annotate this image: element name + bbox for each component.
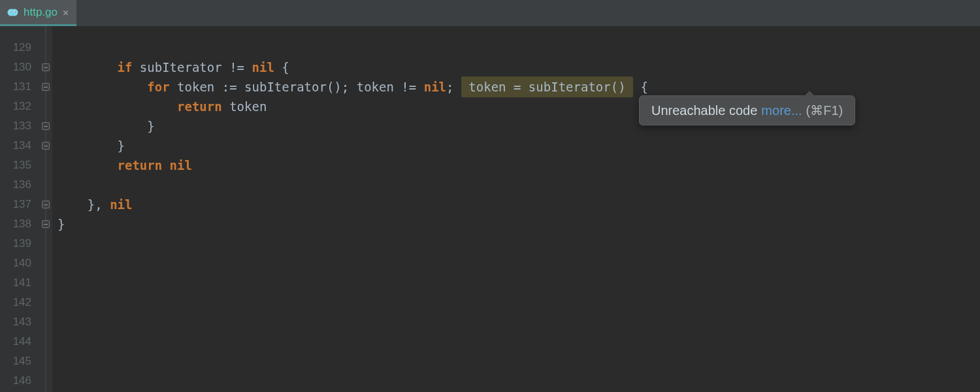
code-line[interactable]: [52, 234, 980, 253]
code-line[interactable]: [52, 312, 980, 332]
code-line[interactable]: }, nil: [52, 195, 980, 214]
line-number-gutter: 1291301311321331341351361371381391401411…: [0, 26, 39, 392]
code-line[interactable]: [52, 38, 980, 57]
code-area[interactable]: if subIterator != nil { for token := sub…: [52, 26, 980, 392]
line-number: 139: [0, 234, 39, 253]
line-number: 136: [0, 175, 39, 195]
line-number: 134: [0, 136, 39, 155]
inspection-tooltip[interactable]: Unreachable code more... (⌘F1): [639, 95, 855, 125]
line-number: 135: [0, 155, 39, 175]
fold-marker-icon[interactable]: [42, 220, 50, 228]
tooltip-message: Unreachable code: [651, 103, 757, 118]
svg-point-4: [10, 11, 11, 12]
code-line[interactable]: for token := subIterator(); token != nil…: [52, 77, 980, 97]
tab-http-go[interactable]: http.go ✕: [0, 0, 76, 26]
line-number: 131: [0, 77, 39, 97]
svg-point-5: [15, 11, 16, 12]
editor-area: 1291301311321331341351361371381391401411…: [0, 26, 980, 392]
line-number: 145: [0, 351, 39, 371]
code-line[interactable]: [52, 175, 980, 195]
line-number: 142: [0, 293, 39, 312]
tab-label: http.go: [24, 6, 57, 19]
line-number: 144: [0, 332, 39, 351]
line-number: 143: [0, 312, 39, 332]
line-number: 130: [0, 57, 39, 77]
fold-marker-icon[interactable]: [42, 201, 50, 208]
fold-marker-icon[interactable]: [42, 122, 50, 130]
code-line[interactable]: [52, 253, 980, 273]
highlighted-unreachable[interactable]: token = subIterator(): [461, 76, 633, 97]
code-line[interactable]: }: [52, 214, 980, 234]
code-line[interactable]: return nil: [52, 155, 980, 175]
fold-marker-icon[interactable]: [42, 83, 50, 91]
line-number: 133: [0, 116, 39, 136]
line-number: 146: [0, 371, 39, 391]
close-icon[interactable]: ✕: [63, 7, 69, 18]
go-file-icon: [7, 7, 18, 18]
code-line[interactable]: }: [52, 136, 980, 155]
code-line[interactable]: [52, 293, 980, 312]
line-number: 129: [0, 38, 39, 57]
line-number: 140: [0, 253, 39, 273]
code-line[interactable]: [52, 273, 980, 293]
svg-point-1: [11, 8, 18, 16]
tab-bar: http.go ✕: [0, 0, 980, 26]
fold-marker-icon[interactable]: [42, 142, 50, 150]
fold-marker-icon[interactable]: [42, 63, 50, 71]
line-number: 138: [0, 214, 39, 234]
code-line[interactable]: [52, 371, 980, 391]
code-line[interactable]: if subIterator != nil {: [52, 57, 980, 77]
line-number: 141: [0, 273, 39, 293]
fold-gutter: [39, 26, 52, 392]
tooltip-shortcut: (⌘F1): [806, 103, 843, 118]
line-number: 137: [0, 195, 39, 214]
line-number: 132: [0, 97, 39, 116]
code-line[interactable]: [52, 332, 980, 351]
code-line[interactable]: [52, 351, 980, 371]
tooltip-more-link[interactable]: more...: [761, 103, 802, 118]
